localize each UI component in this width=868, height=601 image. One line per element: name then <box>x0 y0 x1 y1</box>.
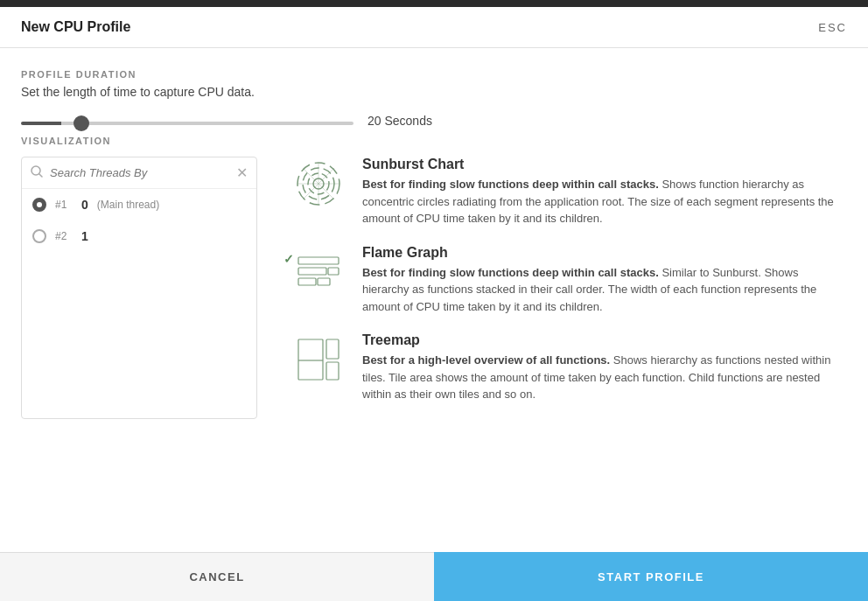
esc-button[interactable]: ESC <box>818 21 847 34</box>
svg-line-1 <box>39 174 42 177</box>
cancel-button[interactable]: CANCEL <box>0 552 434 601</box>
flamegraph-icon: ✓ <box>292 245 345 296</box>
slider-container <box>21 113 354 129</box>
svg-rect-14 <box>318 278 330 285</box>
treemap-text: Treemap Best for a high-level overview o… <box>362 332 847 403</box>
list-item[interactable]: #1 0 (Main thread) <box>22 189 256 220</box>
thread-id-1: 0 <box>81 198 88 212</box>
search-icon <box>31 165 43 180</box>
header-right: ESC <box>818 21 847 34</box>
duration-slider[interactable] <box>21 122 354 125</box>
top-bar <box>0 0 868 7</box>
svg-rect-17 <box>326 362 339 380</box>
viz-option-sunburst[interactable]: Sunburst Chart Best for finding slow fun… <box>292 157 847 227</box>
svg-rect-10 <box>298 257 339 264</box>
treemap-title: Treemap <box>362 332 847 348</box>
viz-option-flamegraph[interactable]: ✓ Flame Graph Best for <box>292 245 847 316</box>
flamegraph-title: Flame Graph <box>362 245 847 261</box>
svg-rect-15 <box>298 339 323 380</box>
sunburst-text: Sunburst Chart Best for finding slow fun… <box>362 157 847 227</box>
search-box: ✕ <box>22 157 256 189</box>
treemap-icon <box>292 332 345 383</box>
duration-value: 20 Seconds <box>368 114 432 128</box>
visualization-section: VISUALIZATION ✕ <box>21 136 847 419</box>
treemap-desc: Best for a high-level overview of all fu… <box>362 352 847 403</box>
sunburst-icon <box>292 157 345 207</box>
thread-id-2: 1 <box>81 229 88 243</box>
thread-list: #1 0 (Main thread) #2 1 <box>22 189 256 406</box>
page-title: New CPU Profile <box>21 19 130 35</box>
thread-num-1: #1 <box>55 199 73 211</box>
profile-duration-section: PROFILE DURATION Set the length of time … <box>21 69 847 129</box>
viz-layout: ✕ #1 0 (Main thread) #2 1 <box>21 157 847 419</box>
sunburst-desc: Best for finding slow functions deep wit… <box>362 176 847 227</box>
svg-rect-12 <box>298 278 316 285</box>
clear-search-icon[interactable]: ✕ <box>236 164 248 181</box>
svg-rect-11 <box>298 268 326 275</box>
svg-rect-16 <box>326 339 339 359</box>
visualization-label: VISUALIZATION <box>21 136 847 146</box>
thread-radio-1[interactable] <box>32 198 46 212</box>
sunburst-title: Sunburst Chart <box>362 157 847 172</box>
flamegraph-desc: Best for finding slow functions deep wit… <box>362 264 847 316</box>
start-profile-button[interactable]: START PROFILE <box>434 552 868 601</box>
profile-duration-label: PROFILE DURATION <box>21 69 847 80</box>
viz-options: Sunburst Chart Best for finding slow fun… <box>292 157 847 419</box>
thread-name-1: (Main thread) <box>97 199 159 211</box>
search-input[interactable] <box>50 166 229 179</box>
selected-checkmark: ✓ <box>284 252 294 266</box>
svg-rect-13 <box>328 268 339 275</box>
thread-num-2: #2 <box>55 230 73 242</box>
list-item[interactable]: #2 1 <box>22 220 256 252</box>
thread-panel: ✕ #1 0 (Main thread) #2 1 <box>21 157 257 419</box>
thread-radio-2[interactable] <box>32 229 46 243</box>
header: New CPU Profile ESC <box>0 7 868 48</box>
viz-option-treemap[interactable]: Treemap Best for a high-level overview o… <box>292 332 847 403</box>
duration-row: 20 Seconds <box>21 113 847 129</box>
main-content: PROFILE DURATION Set the length of time … <box>0 48 868 419</box>
footer: CANCEL START PROFILE <box>0 552 868 601</box>
flamegraph-text: Flame Graph Best for finding slow functi… <box>362 245 847 316</box>
profile-duration-desc: Set the length of time to capture CPU da… <box>21 85 255 99</box>
